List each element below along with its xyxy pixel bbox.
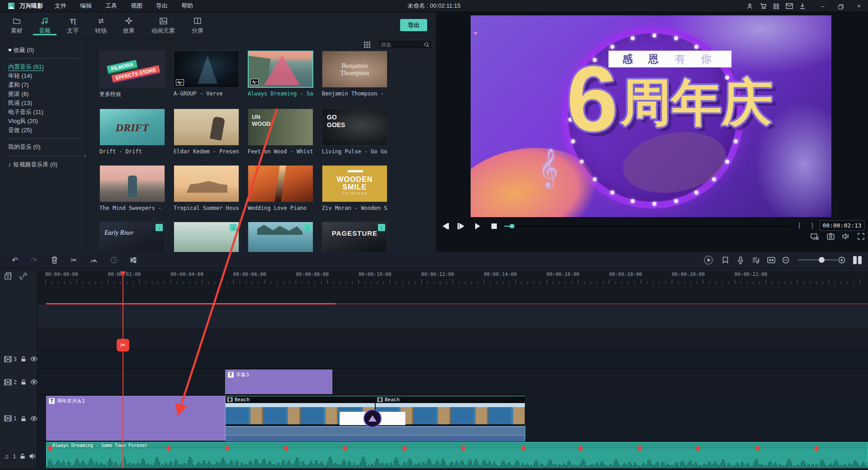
seek-bar[interactable] xyxy=(504,226,791,227)
collapse-sidebar-chevron[interactable]: ‹ xyxy=(85,152,86,159)
previous-frame-button[interactable] xyxy=(443,222,449,230)
visibility-eye-icon[interactable] xyxy=(30,356,38,361)
library-thumbnail[interactable]: UN WOOD xyxy=(248,109,313,146)
sidebar-item-group-3[interactable]: 摇滚 (6) xyxy=(0,90,87,99)
beat-marker[interactable] xyxy=(284,446,288,451)
add-track-icon[interactable] xyxy=(5,272,13,280)
seek-knob[interactable] xyxy=(509,224,514,228)
zoom-out-icon[interactable] xyxy=(780,255,791,266)
lock-icon[interactable] xyxy=(21,416,26,422)
beat-marker[interactable] xyxy=(637,446,642,451)
lock-icon[interactable] xyxy=(21,379,26,385)
library-thumbnail[interactable] xyxy=(248,51,313,88)
sidebar-item-group-0[interactable]: 内置音乐 (61) xyxy=(0,62,87,71)
adjust-sliders-icon[interactable] xyxy=(128,255,139,266)
library-item-9[interactable]: Tropical Summer House xyxy=(174,165,239,211)
beat-marker[interactable] xyxy=(461,446,466,451)
library-thumbnail[interactable] xyxy=(174,109,239,146)
undo-icon[interactable]: ↶ xyxy=(9,255,20,266)
next-frame-button[interactable] xyxy=(475,222,480,230)
display-settings-icon[interactable] xyxy=(811,233,819,241)
restore-button[interactable] xyxy=(832,3,850,9)
voiceover-mic-icon[interactable] xyxy=(735,255,746,266)
zoom-in-icon[interactable] xyxy=(836,255,847,266)
clip-subtitle3[interactable]: T 字幕3 xyxy=(225,370,332,394)
download-update-icon[interactable] xyxy=(799,3,806,9)
save-icon[interactable] xyxy=(773,3,779,9)
timeline-ruler[interactable]: 00:00:00:0000:00:02:0000:00:04:0000:00:0… xyxy=(38,271,868,285)
fit-timeline-icon[interactable] xyxy=(766,255,777,266)
visibility-eye-icon[interactable] xyxy=(30,416,38,421)
track-view-toggle-icon[interactable] xyxy=(852,255,863,266)
beat-marker[interactable] xyxy=(225,446,230,451)
track-header-video1[interactable]: 1 xyxy=(0,396,38,441)
beat-marker[interactable] xyxy=(343,446,347,451)
track-header-audio1[interactable]: ♫ 1 xyxy=(0,442,38,470)
marker-icon[interactable] xyxy=(720,255,731,266)
sidebar-item-short-video-library[interactable]: ♪短视频音乐库 (0) xyxy=(0,160,87,169)
library-item-15[interactable]: PAGESTURE↓ xyxy=(322,222,387,252)
library-item-1[interactable]: A-GROUP - Verve xyxy=(174,51,239,98)
library-item-12[interactable]: Early Riser↓ xyxy=(99,222,165,252)
sidebar-item-group-1[interactable]: 年轻 (14) xyxy=(0,71,87,81)
fullscreen-icon[interactable] xyxy=(858,233,864,241)
sidebar-item-group-2[interactable]: 柔和 (7) xyxy=(0,81,87,90)
library-item-7[interactable]: GO GOESLiving Pulse - Go Goes xyxy=(322,109,387,155)
beach-clip-group[interactable]: Beach Beach xyxy=(225,396,525,441)
menu-view[interactable]: 视图 xyxy=(131,2,142,10)
sidebar-item-favorites[interactable]: ♥收藏 (0) xyxy=(0,46,87,55)
timeline-zoom-handle[interactable] xyxy=(819,257,825,263)
sidebar-item-my-music[interactable]: 我的音乐 (0) xyxy=(0,142,87,152)
store-cart-icon[interactable] xyxy=(760,3,767,9)
playhead-handle[interactable] xyxy=(120,271,126,276)
library-thumbnail[interactable]: FILMORAEFFECTS STORE xyxy=(99,51,165,88)
library-thumbnail[interactable]: Early Riser↓ xyxy=(99,222,165,252)
library-thumbnail[interactable] xyxy=(248,165,313,202)
beat-marker[interactable] xyxy=(166,446,171,451)
tab-media[interactable]: 素材 xyxy=(3,12,31,35)
menu-export[interactable]: 导出 xyxy=(156,2,168,10)
tab-splitscreen[interactable]: 分屏 xyxy=(184,12,212,35)
snapshot-camera-icon[interactable] xyxy=(827,233,835,241)
track-video1-lane[interactable]: T 周年庆片头1 Beach B xyxy=(38,396,868,441)
clip-anniversary-intro[interactable]: T 周年庆片头1 xyxy=(46,396,225,441)
duration-clock-icon[interactable] xyxy=(108,255,119,266)
mark-in-out[interactable]: { } xyxy=(798,222,818,229)
tab-effects[interactable]: 效果 xyxy=(115,12,143,35)
library-item-2[interactable]: Always Dreaming - Same xyxy=(248,51,313,98)
library-item-10[interactable]: Wedding Love Piano xyxy=(248,165,313,211)
track-audio1-lane[interactable]: ♪ Always Dreaming - Same Town Forever xyxy=(38,442,868,468)
close-button[interactable]: × xyxy=(850,3,868,9)
beat-marker[interactable] xyxy=(521,446,526,451)
tab-elements[interactable]: 动画元素 xyxy=(143,12,184,35)
mute-speaker-icon[interactable] xyxy=(29,453,36,459)
speed-icon[interactable] xyxy=(88,255,99,266)
library-item-6[interactable]: UN WOODFeet on Wood - Whistli xyxy=(248,109,313,155)
menu-file[interactable]: 文件 xyxy=(55,2,66,10)
beat-marker[interactable] xyxy=(755,446,760,451)
library-item-3[interactable]: BenjaminThompsonBenjamin Thompson - Lu xyxy=(322,51,387,98)
minimize-button[interactable]: – xyxy=(814,3,832,9)
sidebar-item-group-4[interactable]: 民谣 (13) xyxy=(0,99,87,108)
library-thumbnail[interactable]: ↓ xyxy=(248,222,313,252)
library-thumbnail[interactable]: GO GOES xyxy=(322,109,387,146)
library-item-14[interactable]: ↓ xyxy=(248,222,313,252)
beat-marker[interactable] xyxy=(814,446,819,451)
timeline-zoom-slider[interactable] xyxy=(798,259,838,261)
transition-between-clips[interactable] xyxy=(340,412,406,425)
sidebar-item-group-5[interactable]: 电子音乐 (11) xyxy=(0,108,87,117)
tab-transition[interactable]: 转场 xyxy=(87,12,115,35)
library-thumbnail[interactable] xyxy=(99,165,165,202)
library-item-4[interactable]: DRIFTDrift - Drift xyxy=(99,109,165,155)
tab-audio[interactable]: 音频 xyxy=(31,12,59,35)
track-video2-lane[interactable]: T 字幕3 xyxy=(38,369,868,395)
sidebar-item-group-6[interactable]: Vlog风 (20) xyxy=(0,117,87,126)
track-header-video2[interactable]: 2 xyxy=(0,369,38,395)
menu-help[interactable]: 帮助 xyxy=(181,2,193,10)
audio-mixer-icon[interactable] xyxy=(750,255,761,266)
export-button[interactable]: 导出 xyxy=(400,19,427,31)
visibility-eye-icon[interactable] xyxy=(30,380,38,385)
play-button[interactable] xyxy=(458,222,464,230)
beat-marker[interactable] xyxy=(696,446,700,451)
beat-marker[interactable] xyxy=(48,446,52,451)
